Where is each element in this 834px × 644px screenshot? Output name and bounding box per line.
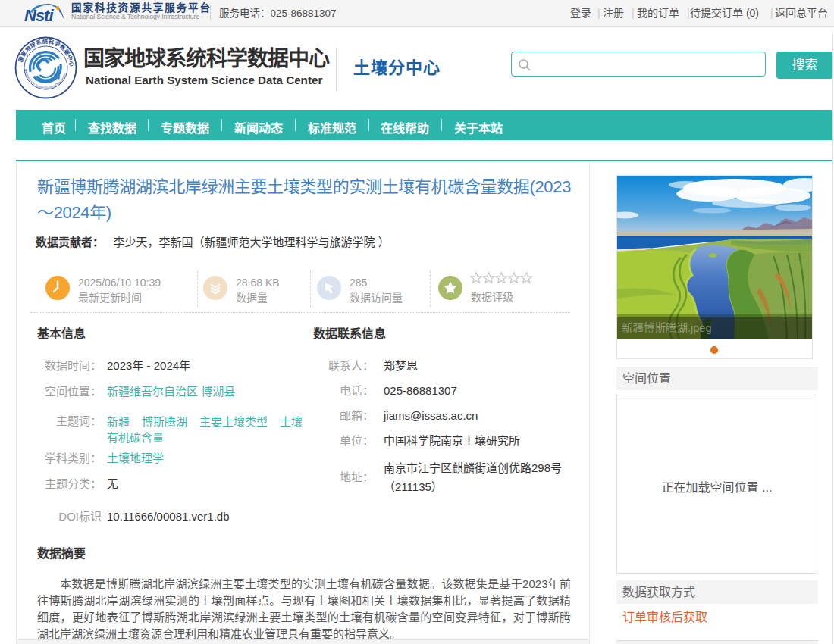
svg-text:Nsti: Nsti	[24, 6, 54, 25]
